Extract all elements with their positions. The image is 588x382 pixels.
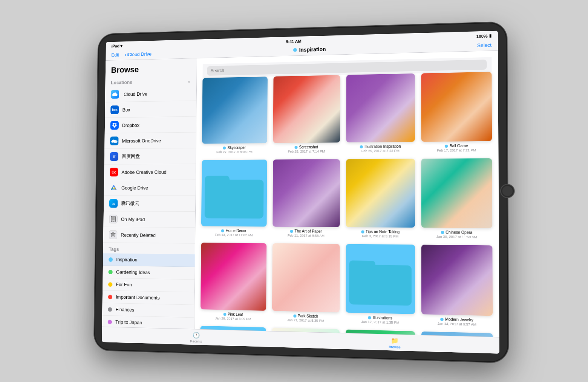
nav-right: Select	[477, 41, 492, 49]
file-label-row-illustrations: Illustrations	[346, 315, 415, 321]
file-date-modernjewelry: Jan 14, 2017 at 9:57 AM	[438, 322, 476, 327]
file-date-ballgame: Feb 17, 2017 at 7:21 PM	[437, 148, 476, 153]
tag-item-forfun[interactable]: For Fun	[103, 278, 194, 292]
locations-chevron[interactable]: ⌄	[187, 78, 191, 84]
file-item-homedecor[interactable]: Home DecorFeb 13, 2017 at 11:02 AM	[201, 160, 267, 237]
sidebar-item-baidu[interactable]: 百百度网盘	[104, 148, 196, 164]
tag-item-inspiration[interactable]: Inspiration	[103, 253, 195, 267]
scene: iPad ▾ 9:41 AM 100% ▮ Edit ‹ iCloud Driv…	[0, 0, 588, 382]
baidu-icon: 百	[110, 152, 118, 161]
file-name-screenshot: Screenshot	[299, 145, 318, 149]
file-tag-dot-chineseopera	[441, 231, 444, 234]
sidebar-item-gdrive[interactable]: Google Drive	[104, 180, 195, 196]
deleted-label: Recently Deleted	[121, 232, 156, 238]
tag-dot-gardening	[108, 270, 112, 274]
tab-browse[interactable]: 📁 Browse	[389, 337, 400, 349]
file-item-pinkleaf[interactable]: Pink LeafJan 28, 2017 at 3:09 PM	[201, 243, 267, 321]
onedrive-icon	[110, 136, 118, 145]
file-thumb-ballgame	[421, 72, 492, 142]
file-name-illustrations: Illustrations	[373, 315, 392, 320]
ipad-label: On My iPad	[121, 216, 145, 222]
file-item-parksketch[interactable]: Park SketchJan 21, 2017 at 5:35 PM	[272, 243, 340, 323]
file-item-chineseopera[interactable]: Chinese OperaJan 30, 2017 at 11:59 AM	[421, 158, 492, 239]
tags-list: InspirationGardening IdeasFor FunImporta…	[102, 253, 195, 329]
file-item-screenshot[interactable]: ScreenshotFeb 25, 2017 at 7:14 PM	[273, 75, 340, 153]
tag-label-forfun: For Fun	[116, 282, 132, 287]
sidebar-item-deleted[interactable]: Recently Deleted	[103, 227, 195, 244]
file-grid: SkyscraperFeb 27, 2017 at 9:03 PMScreens…	[200, 72, 493, 337]
file-label-row-artofpaper: The Art of Paper	[273, 229, 340, 234]
file-date-skyscraper: Feb 27, 2017 at 9:03 PM	[216, 150, 253, 154]
file-item-illustrations[interactable]: IllustrationsJan 17, 2017 at 1:35 PM	[346, 244, 415, 325]
file-tag-dot-parksketch	[293, 314, 296, 317]
dropbox-label: Dropbox	[122, 122, 139, 128]
file-area: SkyscraperFeb 27, 2017 at 9:03 PMScreens…	[194, 51, 499, 337]
file-label-row-chineseopera: Chinese Opera	[421, 230, 493, 235]
file-date-artofpaper: Feb 11, 2017 at 9:58 AM	[288, 234, 325, 238]
browse-title: Browse	[111, 65, 139, 75]
back-button[interactable]: ‹ iCloud Drive	[124, 51, 152, 57]
file-name-skyscraper: Skyscraper	[227, 145, 245, 150]
file-item-ballgame[interactable]: Ball GameFeb 17, 2017 at 7:21 PM	[421, 72, 492, 153]
file-thumb-skyscraper	[202, 76, 268, 144]
sidebar-item-ipad[interactable]: On My iPad	[103, 211, 195, 228]
file-item-illustration[interactable]: Illustration InspirationFeb 25, 2017 at …	[346, 73, 415, 153]
file-name-illustration: Illustration Inspiration	[364, 144, 401, 149]
box-icon: box	[110, 105, 119, 114]
sidebar-item-box[interactable]: boxBox	[105, 101, 196, 118]
file-item-modernjewelry[interactable]: Modern JewelryJan 14, 2017 at 9:57 AM	[421, 245, 493, 327]
file-name-modernjewelry: Modern Jewelry	[445, 317, 473, 322]
file-date-screenshot: Feb 25, 2017 at 7:14 PM	[288, 150, 325, 154]
sidebar-item-onedrive[interactable]: Microsoft OneDrive	[104, 132, 196, 149]
file-date-illustrations: Jan 17, 2017 at 1:35 PM	[361, 320, 399, 325]
tag-item-important[interactable]: Important Documents	[103, 290, 194, 305]
adobe-icon: Cc	[110, 168, 118, 176]
tag-dot-important	[108, 295, 112, 299]
sidebar-item-dropbox[interactable]: Dropbox	[105, 117, 196, 134]
select-button[interactable]: Select	[477, 42, 492, 48]
file-tag-dot-homedecor	[221, 229, 224, 232]
file-date-chineseopera: Jan 30, 2017 at 11:59 AM	[436, 235, 477, 239]
file-tag-dot-ballgame	[445, 144, 448, 147]
file-thumb-notetaking	[346, 159, 415, 228]
file-label-row-notetaking: Tips on Note Taking	[346, 229, 415, 234]
ipad-frame: iPad ▾ 9:41 AM 100% ▮ Edit ‹ iCloud Driv…	[94, 22, 508, 362]
tag-dot-forfun	[108, 282, 112, 287]
tag-label-inspiration: Inspiration	[116, 257, 137, 262]
tab-icon-browse: 📁	[391, 337, 399, 344]
box-label: Box	[122, 107, 130, 113]
file-thumb-artofpaper	[273, 159, 340, 227]
file-name-artofpaper: The Art of Paper	[295, 229, 322, 234]
file-name-pinkleaf: Pink Leaf	[228, 312, 243, 317]
tag-label-gardening: Gardening Ideas	[116, 269, 150, 275]
sidebar-item-tencent[interactable]: 云腾讯微云	[104, 196, 195, 212]
file-label-row-modernjewelry: Modern Jewelry	[421, 316, 493, 322]
adobe-label: Adobe Creative Cloud	[121, 169, 166, 175]
file-item-skyscraper[interactable]: SkyscraperFeb 27, 2017 at 9:03 PM	[202, 76, 268, 154]
tag-item-gardening[interactable]: Gardening Ideas	[103, 266, 195, 280]
file-item-artofpaper[interactable]: The Art of PaperFeb 11, 2017 at 9:58 AM	[273, 159, 340, 238]
ipad-screen: iPad ▾ 9:41 AM 100% ▮ Edit ‹ iCloud Driv…	[102, 31, 499, 354]
file-tag-dot-modernjewelry	[440, 318, 443, 321]
tab-label-browse: Browse	[389, 345, 400, 349]
file-date-illustration: Feb 25, 2017 at 3:22 PM	[361, 149, 400, 153]
tag-label-important: Important Documents	[116, 294, 160, 301]
file-item-notetaking[interactable]: Tips on Note TakingFeb 3, 2017 at 5:15 P…	[346, 159, 415, 238]
file-date-parksketch: Jan 21, 2017 at 5:35 PM	[287, 318, 324, 323]
main-content: Browse Locations ⌄ iCloud DriveboxBoxDro…	[102, 51, 499, 337]
tab-recents[interactable]: 🕐 Recents	[190, 332, 202, 344]
file-tag-dot-screenshot	[295, 146, 298, 149]
svg-rect-17	[349, 264, 412, 306]
sidebar-item-icloud[interactable]: iCloud Drive	[105, 85, 196, 102]
sidebar-item-adobe[interactable]: CcAdobe Creative Cloud	[104, 164, 196, 180]
home-button[interactable]	[500, 184, 515, 198]
edit-button[interactable]: Edit	[111, 52, 119, 58]
back-chevron: ‹	[124, 52, 126, 57]
file-thumb-homedecor	[201, 160, 267, 227]
svg-rect-16	[205, 176, 230, 185]
status-right: 100% ▮	[476, 33, 492, 38]
onedrive-label: Microsoft OneDrive	[122, 138, 161, 144]
tab-label-recents: Recents	[190, 339, 202, 344]
status-device: iPad ▾	[111, 44, 122, 49]
deleted-icon	[109, 230, 118, 239]
